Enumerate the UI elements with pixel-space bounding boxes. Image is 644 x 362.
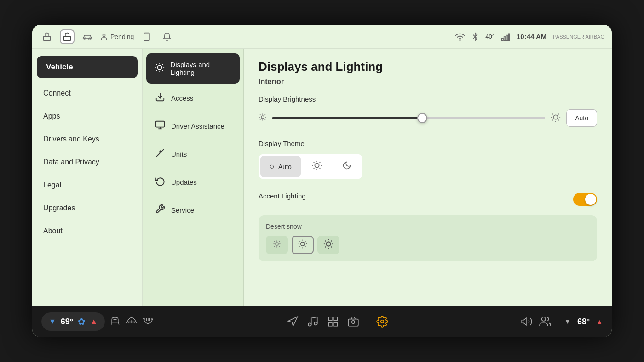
svg-point-3 (89, 38, 91, 40)
sidebar-item-connect[interactable]: Connect (32, 82, 142, 105)
color-option-low[interactable] (266, 236, 288, 254)
car-icon (80, 29, 95, 44)
svg-rect-95 (334, 322, 338, 326)
svg-marker-89 (288, 317, 298, 326)
svg-line-29 (264, 119, 265, 120)
svg-line-24 (156, 149, 164, 157)
settings-button[interactable] (376, 316, 388, 328)
svg-line-74 (331, 247, 332, 247)
heat-icons (109, 314, 155, 329)
right-temp-down-button[interactable]: ▼ (564, 318, 571, 325)
svg-line-18 (156, 70, 157, 70)
brightness-high-icon (551, 112, 561, 124)
mid-nav-driver-assist[interactable]: Driver Assistance (146, 113, 240, 140)
svg-point-98 (381, 320, 384, 323)
svg-rect-8 (504, 37, 506, 40)
sidebar-item-upgrades[interactable]: Upgrades (32, 197, 142, 220)
mid-nav-displays-label: Displays and Lighting (170, 61, 231, 76)
brightness-label: Display Brightness (259, 95, 597, 103)
mid-nav-displays-lighting[interactable]: Displays and Lighting (146, 53, 240, 84)
toolbar-right: ▼ 68° ▲ (521, 315, 603, 328)
color-options (266, 236, 590, 254)
left-sidebar: Vehicle Connect Apps Drivers and Keys Da… (32, 49, 143, 306)
unlock-icon[interactable] (60, 29, 75, 44)
mid-nav-units[interactable]: Units (146, 141, 240, 168)
brightness-med-option-icon (298, 239, 307, 250)
seat-heat-low-icon[interactable] (109, 314, 121, 329)
accent-lighting-setting: Accent Lighting (259, 192, 597, 206)
svg-rect-9 (506, 35, 508, 40)
passengers-button[interactable] (539, 316, 551, 328)
svg-line-59 (274, 246, 275, 247)
svg-rect-0 (44, 36, 51, 40)
signal-icon (501, 32, 510, 41)
toolbar-left: ▼ 69° ✿ ▲ (41, 312, 155, 331)
sidebar-item-apps[interactable]: Apps (32, 105, 142, 128)
svg-point-52 (276, 243, 278, 245)
mid-nav-updates-label: Updates (171, 178, 197, 186)
svg-line-78 (331, 241, 332, 241)
vehicle-header[interactable]: Vehicle (37, 56, 138, 78)
mid-nav-updates[interactable]: Updates (146, 169, 240, 196)
sidebar-item-about[interactable]: About (32, 220, 142, 243)
accent-lighting-toggle[interactable] (573, 193, 597, 206)
music-button[interactable] (307, 316, 319, 328)
time-display: 10:44 AM (517, 33, 546, 40)
svg-line-50 (314, 168, 314, 169)
lock-icon (40, 29, 54, 44)
svg-rect-96 (349, 319, 359, 326)
color-option-med[interactable] (292, 236, 314, 254)
camera-button[interactable] (347, 316, 359, 328)
mid-sidebar: Displays and Lighting Access (143, 49, 244, 306)
temp-up-button[interactable]: ▲ (90, 317, 98, 326)
svg-line-41 (552, 119, 553, 120)
right-temp-up-button[interactable]: ▲ (596, 318, 603, 325)
mid-nav-access[interactable]: Access (146, 85, 240, 112)
navigate-button[interactable] (287, 316, 299, 328)
brightness-high-option-icon (323, 239, 334, 251)
svg-point-4 (103, 34, 105, 36)
sidebar-item-data-privacy[interactable]: Data and Privacy (32, 151, 142, 174)
theme-auto-circle-icon: ○ (270, 162, 275, 171)
bell-icon (160, 29, 174, 44)
status-bar-left: Pending (40, 29, 174, 44)
svg-rect-7 (502, 38, 503, 40)
svg-line-55 (274, 241, 275, 242)
svg-point-11 (158, 65, 162, 69)
svg-line-68 (300, 246, 300, 247)
mid-nav-driver-assist-label: Driver Assistance (171, 122, 224, 130)
theme-auto-button[interactable]: ○ Auto (260, 156, 301, 177)
svg-point-100 (541, 317, 546, 321)
section-title: Interior (259, 78, 597, 86)
temp-down-button[interactable]: ▼ (49, 317, 56, 326)
theme-auto-label: Auto (278, 163, 292, 170)
brightness-slider[interactable] (272, 117, 545, 119)
sidebar-item-legal[interactable]: Legal (32, 174, 142, 197)
defroster-front-icon[interactable] (125, 314, 138, 329)
pending-badge: Pending (100, 33, 134, 40)
mid-nav-access-label: Access (171, 94, 193, 102)
color-option-high[interactable] (317, 236, 339, 254)
svg-point-70 (326, 242, 330, 246)
toolbar-separator (368, 315, 368, 328)
brightness-thumb[interactable] (417, 113, 427, 123)
mid-nav-units-label: Units (171, 150, 187, 158)
defroster-rear-icon[interactable] (142, 314, 155, 329)
volume-button[interactable] (521, 316, 533, 328)
auto-brightness-button[interactable]: Auto (566, 109, 597, 127)
svg-line-15 (162, 70, 163, 70)
theme-dark-button[interactable] (333, 156, 361, 177)
fan-icon: ✿ (78, 316, 86, 327)
theme-light-button[interactable] (303, 156, 331, 177)
status-bar-right: 40° 10:44 AM PASSENGER AIRBAG (455, 32, 604, 41)
brightness-fill (272, 117, 422, 119)
svg-point-43 (315, 163, 319, 167)
mid-nav-service[interactable]: Service (146, 197, 240, 224)
svg-rect-94 (329, 322, 333, 326)
apps-grid-button[interactable] (327, 316, 339, 328)
svg-line-46 (314, 162, 314, 163)
svg-line-37 (552, 113, 553, 114)
left-temp-display: 69° (61, 317, 73, 327)
svg-line-47 (320, 168, 320, 169)
sidebar-item-drivers-keys[interactable]: Drivers and Keys (32, 128, 142, 151)
